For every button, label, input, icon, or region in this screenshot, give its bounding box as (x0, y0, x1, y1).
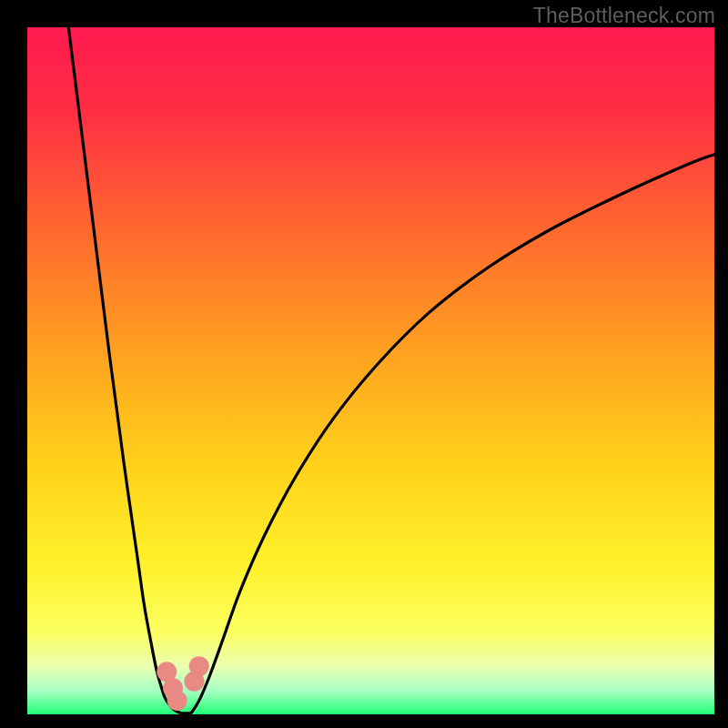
watermark-text: TheBottleneck.com (533, 4, 715, 28)
curves-layer (27, 27, 714, 714)
outer-frame: TheBottleneck.com (0, 0, 728, 728)
marker-dot (189, 656, 209, 676)
left-curve (68, 27, 177, 712)
markers-group (157, 656, 208, 711)
valley-floor (177, 712, 193, 713)
plot-area (27, 27, 714, 714)
marker-dot (167, 691, 187, 711)
right-curve (192, 155, 714, 712)
